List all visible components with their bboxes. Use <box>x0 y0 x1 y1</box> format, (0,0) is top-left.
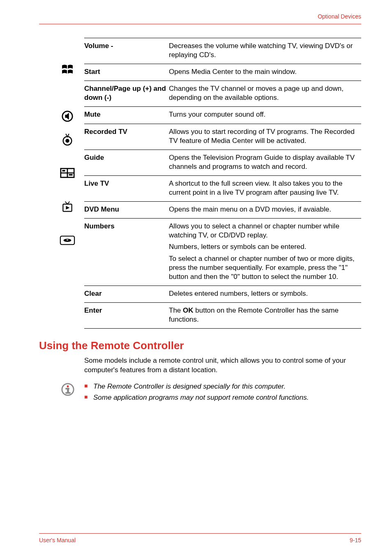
recorded-tv-icon <box>60 131 75 147</box>
page: Optional Devices <box>0 0 392 555</box>
desc: A shortcut to the full screen view. It a… <box>169 175 361 201</box>
section-body: Some models include a remote control uni… <box>84 356 361 375</box>
term: Numbers <box>84 219 169 286</box>
header-rule <box>39 24 361 24</box>
term: Mute <box>84 107 169 124</box>
note-item: The Remote Controller is designed specia… <box>84 382 309 392</box>
table-row: Clear Deletes entered numbers, letters o… <box>84 286 361 302</box>
svg-point-15 <box>67 385 69 387</box>
guide-icon <box>60 165 75 181</box>
term: Clear <box>84 286 169 302</box>
header-right-label: Optional Devices <box>318 13 361 20</box>
note-item: Some application programs may not suppor… <box>84 393 309 403</box>
windows-logo-icon <box>60 62 75 77</box>
svg-rect-7 <box>62 170 65 172</box>
term: Recorded TV <box>84 124 169 150</box>
table-row: Channel/Page up (+) and down (-) Changes… <box>84 81 361 107</box>
desc: Deletes entered numbers, letters or symb… <box>169 286 361 302</box>
term: Guide <box>84 150 169 175</box>
live-tv-icon <box>60 199 75 214</box>
term: Volume - <box>84 38 169 64</box>
desc: The OK button on the Remote Controller h… <box>169 302 361 328</box>
dvd-menu-icon <box>60 233 75 248</box>
table-row: Live TV A shortcut to the full screen vi… <box>84 175 361 201</box>
definition-table: Volume - Decreases the volume while watc… <box>84 38 361 329</box>
term: Live TV <box>84 175 169 201</box>
section-heading: Using the Remote Controller <box>39 339 361 352</box>
desc: Opens the Television Program Guide to di… <box>169 150 361 175</box>
footer-left: User's Manual <box>39 537 76 543</box>
note-list: The Remote Controller is designed specia… <box>84 382 309 403</box>
table-row: Guide Opens the Television Program Guide… <box>84 150 361 175</box>
svg-marker-1 <box>65 113 69 120</box>
table-row: Enter The OK button on the Remote Contro… <box>84 302 361 328</box>
term: Start <box>84 64 169 81</box>
table-row: Recorded TV Allows you to start recordin… <box>84 124 361 150</box>
desc: Opens Media Center to the main window. <box>169 64 361 81</box>
svg-point-3 <box>65 139 69 143</box>
content: Volume - Decreases the volume while watc… <box>39 38 361 403</box>
footer-right: 9-15 <box>350 537 361 543</box>
table-row: Volume - Decreases the volume while watc… <box>84 38 361 64</box>
svg-point-13 <box>66 240 68 240</box>
svg-rect-18 <box>65 392 70 394</box>
table-row: Mute Turns your computer sound off. <box>84 107 361 124</box>
mute-icon <box>60 108 75 124</box>
svg-marker-10 <box>66 206 69 210</box>
table-row: DVD Menu Opens the main menu on a DVD mo… <box>84 202 361 219</box>
desc: Allows you to select a channel or chapte… <box>169 219 361 286</box>
footer-rule <box>39 533 361 534</box>
table-row: Start Opens Media Center to the main win… <box>84 64 361 81</box>
info-icon <box>60 382 76 396</box>
desc: Opens the main menu on a DVD movies, if … <box>169 202 361 219</box>
table-row: Numbers Allows you to select a channel o… <box>84 219 361 286</box>
desc: Allows you to start recording of TV prog… <box>169 124 361 150</box>
desc: Turns your computer sound off. <box>169 107 361 124</box>
term: Enter <box>84 302 169 328</box>
term: DVD Menu <box>84 202 169 219</box>
svg-rect-8 <box>69 174 73 176</box>
desc: Changes the TV channel or moves a page u… <box>169 81 361 107</box>
desc: Decreases the volume while watching TV, … <box>169 38 361 64</box>
term: Channel/Page up (+) and down (-) <box>84 81 169 107</box>
note-block: The Remote Controller is designed specia… <box>60 382 361 403</box>
